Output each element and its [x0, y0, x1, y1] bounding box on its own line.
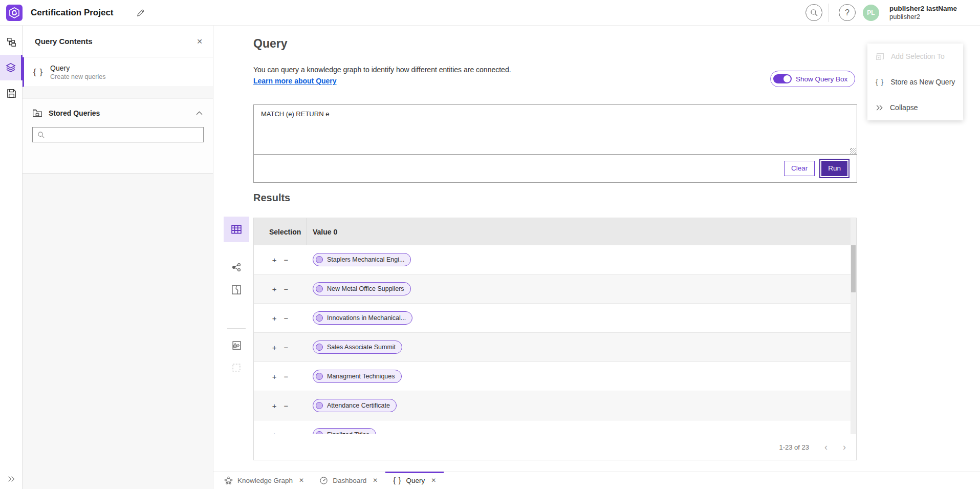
query-item-title: Query — [50, 63, 105, 73]
question-mark-icon: ? — [845, 8, 850, 17]
entity-pill[interactable]: Innovations in Mechanical... — [313, 311, 412, 325]
tab-label: Query — [406, 477, 425, 484]
show-query-box-toggle[interactable]: Show Query Box — [770, 71, 855, 87]
table-row: + − Attendance Certificate — [254, 391, 856, 420]
layers-icon — [6, 62, 16, 73]
expand-rail-button[interactable] — [0, 472, 23, 486]
entity-label: New Metal Office Suppliers — [327, 285, 404, 292]
entity-pill[interactable]: Managment Techniques — [313, 370, 402, 383]
tab-knowledge-graph[interactable]: Knowledge Graph ✕ — [216, 472, 312, 489]
results-table: Selection Value 0 + − Staplers Mechanica… — [253, 218, 857, 460]
rail-item-save[interactable] — [0, 80, 23, 106]
view-map-button[interactable] — [224, 277, 249, 303]
resize-handle[interactable] — [850, 148, 856, 154]
selection-cell: + − — [254, 285, 307, 293]
braces-icon: { } — [393, 476, 401, 484]
query-contents-item-query[interactable]: { } Query Create new queries — [23, 57, 213, 87]
view-add-to-map-button[interactable] — [224, 332, 249, 358]
query-item-text: Query Create new queries — [50, 63, 105, 81]
table-icon — [231, 224, 242, 235]
app-logo-icon[interactable] — [6, 5, 23, 21]
entity-pill[interactable]: New Metal Office Suppliers — [313, 282, 411, 295]
selection-cell: + − — [254, 314, 307, 323]
add-selection-button[interactable]: + — [272, 343, 277, 352]
query-options-menu: Add Selection To { } Store as New Query … — [867, 44, 963, 120]
user-info[interactable]: publisher2 lastName publisher2 — [889, 5, 957, 21]
entity-pill[interactable]: Attendance Certificate — [313, 399, 397, 412]
remove-selection-button[interactable]: − — [284, 285, 289, 293]
view-selection-button[interactable] — [224, 355, 249, 380]
add-selection-button[interactable]: + — [272, 372, 277, 381]
stored-queries-header[interactable]: Stored Queries — [23, 101, 213, 125]
user-avatar[interactable]: PL — [863, 5, 879, 21]
entity-pill[interactable]: Sales Associate Summit — [313, 341, 402, 354]
table-row: + − Sales Associate Summit — [254, 333, 856, 362]
toggle-label: Show Query Box — [796, 75, 847, 83]
selection-cell: + − — [254, 343, 307, 352]
view-link-chart-button[interactable] — [224, 254, 249, 280]
query-textarea[interactable]: MATCH (e) RETURN e — [254, 105, 857, 155]
value-cell: Attendance Certificate — [307, 399, 397, 412]
entity-dot-icon — [316, 344, 323, 351]
global-search-button[interactable] — [805, 4, 822, 21]
run-button[interactable]: Run — [821, 161, 847, 176]
tab-dashboard[interactable]: Dashboard ✕ — [312, 472, 385, 489]
clear-button[interactable]: Clear — [784, 161, 815, 176]
remove-selection-button[interactable]: − — [284, 256, 289, 264]
add-selection-button[interactable]: + — [272, 314, 277, 323]
tab-query[interactable]: { } Query ✕ — [385, 472, 444, 489]
entity-dot-icon — [316, 373, 323, 380]
tab-label: Knowledge Graph — [237, 477, 293, 484]
learn-more-link[interactable]: Learn more about Query — [253, 77, 337, 85]
view-table-button[interactable] — [224, 217, 249, 242]
table-row: + − Managment Techniques — [254, 362, 856, 391]
braces-icon: { } — [33, 67, 43, 77]
menu-item-label: Add Selection To — [891, 52, 945, 60]
run-button-focus-ring: Run — [819, 159, 850, 178]
double-chevron-right-icon — [7, 476, 15, 482]
query-heading: Query — [253, 37, 287, 51]
menu-item-collapse[interactable]: Collapse — [867, 95, 963, 120]
remove-selection-button[interactable]: − — [284, 372, 289, 381]
rail-item-data-model[interactable] — [0, 29, 23, 55]
project-title: Certification Project — [31, 0, 114, 26]
add-selection-icon — [876, 52, 884, 61]
previous-page-button[interactable]: ‹ — [824, 442, 827, 452]
help-button[interactable]: ? — [839, 4, 856, 21]
table-row: + − Innovations in Mechanical... — [254, 304, 856, 333]
scrollbar-thumb[interactable] — [851, 245, 856, 292]
add-selection-button[interactable]: + — [272, 256, 277, 264]
column-header-selection: Selection — [254, 228, 307, 236]
close-tab-button[interactable]: ✕ — [373, 477, 378, 484]
top-bar: Certification Project ? PL publisher2 la… — [0, 0, 980, 26]
double-chevron-right-icon — [876, 104, 883, 111]
close-tab-button[interactable]: ✕ — [431, 477, 436, 484]
add-selection-button[interactable]: + — [272, 401, 277, 410]
panel-header: Query Contents ✕ — [23, 26, 213, 57]
menu-item-label: Store as New Query — [890, 78, 955, 86]
remove-selection-button[interactable]: − — [284, 314, 289, 323]
table-row: + − Staplers Mechanical Engi... — [254, 245, 856, 274]
close-panel-button[interactable]: ✕ — [197, 38, 203, 45]
next-page-button[interactable]: › — [843, 442, 846, 452]
edit-title-button[interactable] — [134, 7, 146, 19]
query-editor-container: MATCH (e) RETURN e Clear Run — [253, 104, 857, 183]
pagination-label: 1-23 of 23 — [779, 443, 809, 451]
menu-item-label: Collapse — [890, 103, 918, 112]
main-content: Query You can query a knowledge graph to… — [213, 26, 980, 489]
stored-queries-search-input[interactable] — [49, 127, 203, 142]
table-scrollbar[interactable] — [851, 245, 856, 435]
bottom-tab-bar: Knowledge Graph ✕ Dashboard ✕ { } Query … — [213, 471, 980, 489]
close-tab-button[interactable]: ✕ — [299, 477, 304, 484]
menu-item-add-selection-to[interactable]: Add Selection To — [867, 44, 963, 69]
value-cell: Innovations in Mechanical... — [307, 311, 412, 325]
menu-item-store-as-new-query[interactable]: { } Store as New Query — [867, 69, 963, 95]
rail-item-contents[interactable] — [0, 55, 23, 80]
remove-selection-button[interactable]: − — [284, 343, 289, 352]
remove-selection-button[interactable]: − — [284, 401, 289, 410]
toggle-switch-icon — [773, 74, 792, 83]
entity-pill[interactable]: Staplers Mechanical Engi... — [313, 253, 411, 266]
column-header-value0: Value 0 — [307, 228, 337, 236]
entity-label: Innovations in Mechanical... — [327, 314, 406, 322]
add-selection-button[interactable]: + — [272, 285, 277, 293]
